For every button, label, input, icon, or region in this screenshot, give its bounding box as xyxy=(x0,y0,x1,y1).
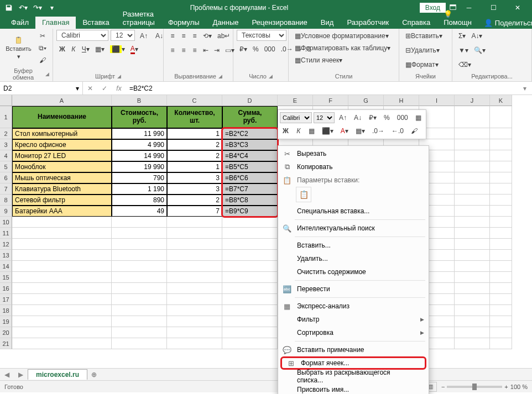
cell[interactable] xyxy=(490,150,512,161)
cell[interactable] xyxy=(490,305,512,316)
row-header[interactable]: 7 xyxy=(0,183,12,195)
mini-fill-icon[interactable]: ⬛▾ xyxy=(319,125,336,137)
expand-formula-icon[interactable]: ▾ xyxy=(518,85,532,92)
mini-fontcolor-icon[interactable]: A▾ xyxy=(338,125,351,137)
row-header[interactable]: 5 xyxy=(0,161,12,172)
select-all-corner[interactable] xyxy=(0,95,12,106)
col-header[interactable]: F xyxy=(313,95,348,106)
cell[interactable] xyxy=(455,206,490,217)
name-box[interactable] xyxy=(3,85,76,92)
align-middle-icon[interactable]: ≡ xyxy=(178,30,189,42)
row-header[interactable]: 10 xyxy=(0,217,12,228)
align-right-icon[interactable]: ≡ xyxy=(189,44,200,56)
cell[interactable] xyxy=(222,239,278,250)
row-header[interactable]: 13 xyxy=(0,250,12,261)
cell[interactable] xyxy=(112,327,167,338)
cell[interactable]: 1 190 xyxy=(112,183,167,195)
cell[interactable] xyxy=(455,183,490,195)
cell[interactable] xyxy=(12,228,112,239)
zoom-in-icon[interactable]: + xyxy=(504,384,508,390)
borders-icon[interactable]: ▦▾ xyxy=(92,43,107,55)
col-header[interactable]: E xyxy=(278,95,313,106)
cell[interactable]: Кресло офисное xyxy=(12,139,112,150)
ctx-quick-analysis[interactable]: ▦Экспресс-анализ xyxy=(278,300,429,313)
row-header[interactable]: 8 xyxy=(0,195,12,206)
cell[interactable] xyxy=(455,261,490,272)
cell[interactable] xyxy=(12,250,112,261)
dialog-launcher-icon[interactable]: ◢ xyxy=(218,73,222,79)
row-header[interactable]: 3 xyxy=(0,139,12,150)
cell[interactable]: 2 xyxy=(167,195,222,206)
tab-developer[interactable]: Разработчик xyxy=(340,17,395,29)
cell[interactable] xyxy=(112,217,167,228)
cell[interactable] xyxy=(455,272,490,283)
cell[interactable] xyxy=(167,327,222,338)
sort-filter-icon[interactable]: A↓▾ xyxy=(468,30,485,42)
cell[interactable] xyxy=(12,217,112,228)
ctx-define-name[interactable]: Присвоить имя... xyxy=(278,383,429,394)
cell[interactable] xyxy=(222,228,278,239)
cell[interactable]: 4 990 xyxy=(112,139,167,150)
row-header[interactable]: 9 xyxy=(0,206,12,217)
cell[interactable] xyxy=(455,172,490,183)
col-header[interactable]: D xyxy=(222,95,278,106)
paste-default-icon[interactable]: 📋 xyxy=(296,187,311,202)
cell[interactable] xyxy=(490,272,512,283)
cell[interactable] xyxy=(112,305,167,316)
cell[interactable] xyxy=(490,294,512,305)
cell[interactable] xyxy=(222,294,278,305)
copy-icon[interactable]: ⧉▾ xyxy=(36,42,49,54)
cell[interactable] xyxy=(167,272,222,283)
tab-pagelayout[interactable]: Разметка страницы xyxy=(116,8,161,29)
tab-file[interactable]: Файл xyxy=(4,17,35,29)
cell[interactable] xyxy=(167,316,222,327)
cell[interactable] xyxy=(455,283,490,294)
cell[interactable] xyxy=(12,305,112,316)
cell[interactable] xyxy=(490,316,512,327)
cell[interactable]: Моноблок xyxy=(12,161,112,172)
cell[interactable]: =B4*C4 xyxy=(222,150,278,161)
ctx-translate[interactable]: 🔤Перевести xyxy=(278,282,429,296)
ctx-pick-dropdown[interactable]: Выбрать из раскрывающегося списка... xyxy=(278,370,429,383)
cell[interactable] xyxy=(222,338,278,349)
font-size-select[interactable]: 12 xyxy=(111,30,135,41)
row-header[interactable]: 2 xyxy=(0,128,12,139)
cell[interactable] xyxy=(490,250,512,261)
header-cell[interactable] xyxy=(455,106,490,128)
cell[interactable] xyxy=(167,294,222,305)
cell[interactable] xyxy=(112,283,167,294)
cell[interactable] xyxy=(490,195,512,206)
comma-icon[interactable]: 000 xyxy=(262,43,278,55)
row-header[interactable]: 19 xyxy=(0,316,12,327)
mini-italic-icon[interactable]: К xyxy=(293,125,304,137)
cell[interactable] xyxy=(222,217,278,228)
enter-formula-icon[interactable]: ✓ xyxy=(97,85,112,92)
undo-icon[interactable]: ↶▾ xyxy=(17,1,30,14)
qat-customize-icon[interactable]: ▾ xyxy=(45,1,59,14)
dialog-launcher-icon[interactable]: ◢ xyxy=(45,71,49,77)
cell[interactable] xyxy=(490,128,512,139)
cell[interactable]: =B3*C3 xyxy=(222,139,278,150)
cell[interactable]: 1 xyxy=(167,128,222,139)
cell[interactable] xyxy=(455,239,490,250)
cell[interactable] xyxy=(455,316,490,327)
row-header[interactable]: 20 xyxy=(0,327,12,338)
tab-data[interactable]: Данные xyxy=(206,17,246,29)
cell[interactable]: 14 990 xyxy=(112,150,167,161)
row-header[interactable]: 11 xyxy=(0,228,12,239)
cell[interactable]: 7 xyxy=(167,206,222,217)
ctx-copy[interactable]: ⧉Копировать xyxy=(278,160,429,174)
ctx-delete[interactable]: Удалить... xyxy=(278,252,429,265)
cell[interactable] xyxy=(490,217,512,228)
cell[interactable] xyxy=(455,217,490,228)
clear-icon[interactable]: ⌫▾ xyxy=(456,59,474,71)
mini-grow-font-icon[interactable]: A↑ xyxy=(336,112,350,124)
ctx-clear[interactable]: Очистить содержимое xyxy=(278,265,429,279)
cell[interactable]: 19 990 xyxy=(112,161,167,172)
cell[interactable] xyxy=(222,250,278,261)
cell[interactable] xyxy=(222,283,278,294)
row-header[interactable]: 1 xyxy=(0,106,12,128)
cell[interactable] xyxy=(455,327,490,338)
header-cell[interactable]: Сумма,руб. xyxy=(222,106,278,128)
ctx-format-cells[interactable]: ⊞Формат ячеек... xyxy=(280,356,426,370)
